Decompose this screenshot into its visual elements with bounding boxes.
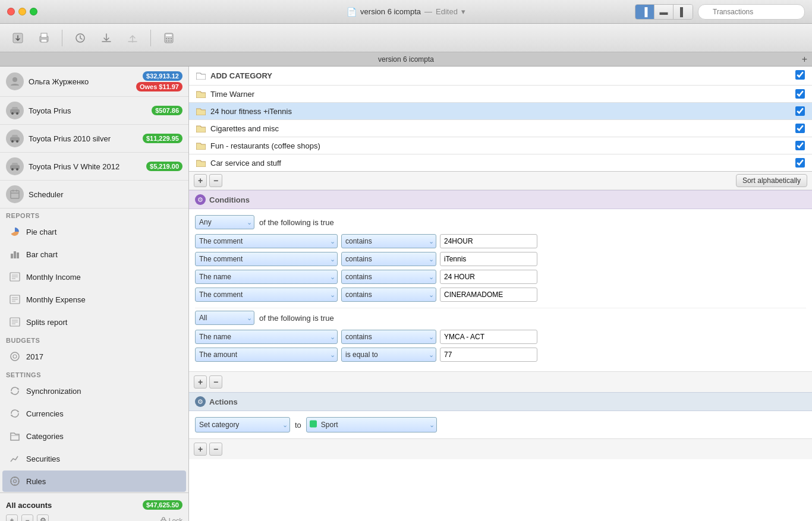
field-select-1[interactable]: The comment The name — [195, 252, 338, 266]
op-select-0[interactable]: contains is equal to — [341, 234, 436, 248]
cond-value-0[interactable] — [440, 234, 537, 248]
scheduler-name: Scheduler — [29, 190, 182, 199]
add-condition-button[interactable]: + — [194, 375, 207, 389]
remove-rule-button[interactable]: − — [209, 174, 222, 187]
account-icon-twhite — [6, 157, 24, 175]
minimize-button[interactable] — [18, 8, 26, 15]
categories-icon — [8, 430, 21, 443]
sidebar-item-currencies[interactable]: Currencies — [2, 403, 186, 424]
lock-button[interactable]: Lock — [160, 516, 182, 521]
upload-button[interactable] — [122, 27, 143, 49]
category-select[interactable]: Sport Food Transport — [306, 417, 437, 432]
all-accounts-label: All accounts — [6, 501, 52, 510]
rule-item-1[interactable]: 24 hour fitness +iTennis — [189, 103, 812, 120]
sidebar-item-splits-report[interactable]: Splits report — [2, 311, 186, 333]
field-select-2[interactable]: The comment The name — [195, 270, 338, 284]
add-account-button[interactable]: + — [6, 514, 18, 521]
account-toyota-2010[interactable]: Toyota Prius 2010 silver $11,229.95 — [0, 125, 188, 153]
rule-item-4[interactable]: Car service and stuff — [189, 154, 812, 171]
condition-row-0: The comment The name The amount contains… — [195, 234, 806, 248]
balance-badge-tp: $507.86 — [152, 106, 182, 115]
currencies-label: Currencies — [26, 409, 180, 418]
cond-value-3[interactable] — [440, 288, 537, 302]
add-rule-button[interactable]: + — [194, 174, 207, 187]
tab-title: version 6 icompta — [5, 55, 807, 64]
add-category-label: ADD CATEGORY — [210, 71, 272, 80]
rule-checkbox-2[interactable] — [795, 124, 805, 133]
settings-account-button[interactable]: ⚙ — [37, 514, 49, 521]
view-inspector-button[interactable]: ▌ — [673, 5, 693, 19]
traffic-lights — [7, 8, 37, 15]
download-button[interactable] — [96, 27, 117, 49]
all-field-select-1[interactable]: The comment The name The amount — [195, 348, 338, 362]
op-select-3[interactable]: contains is equal to — [341, 288, 436, 302]
tab-add-button[interactable]: + — [802, 54, 807, 65]
monthly-expense-label: Monthly Expense — [26, 295, 180, 304]
import-button[interactable] — [7, 27, 29, 49]
all-cond-value-0[interactable] — [440, 330, 537, 344]
view-sidebar-button[interactable]: ▐ — [635, 5, 654, 19]
svg-rect-23 — [11, 191, 19, 198]
toolbar-separator-2 — [150, 30, 151, 46]
rule-item-0[interactable]: Time Warner — [189, 86, 812, 103]
rule-checkbox-0[interactable] — [795, 89, 805, 99]
add-category-checkbox[interactable] — [795, 70, 805, 80]
op-select-1[interactable]: contains is equal to — [341, 252, 436, 266]
all-op-select-0[interactable]: contains is equal to — [341, 330, 436, 344]
op-select-wrap-2: contains is equal to — [341, 270, 436, 284]
sort-alphabetically-button[interactable]: Sort alphabetically — [736, 174, 807, 187]
sidebar-item-monthly-income[interactable]: Monthly Income — [2, 266, 186, 288]
history-button[interactable] — [70, 27, 91, 49]
sidebar-item-securities[interactable]: Securities — [2, 448, 186, 469]
conditions-icon: ⚙ — [195, 194, 206, 205]
close-button[interactable] — [7, 8, 15, 15]
cond-value-1[interactable] — [440, 252, 537, 266]
rule-item-2[interactable]: Cigarettes and misc — [189, 120, 812, 137]
bar-chart-label: Bar chart — [26, 250, 180, 259]
all-op-select-1[interactable]: contains is equal to — [341, 348, 436, 362]
fullscreen-button[interactable] — [30, 8, 37, 15]
account-toyota-prius[interactable]: Toyota Prius $507.86 — [0, 97, 188, 125]
all-field-select-0[interactable]: The comment The name — [195, 330, 338, 344]
account-name-tp: Toyota Prius — [29, 106, 147, 115]
op-select-2[interactable]: contains is equal to — [341, 270, 436, 284]
rule-checkbox-4[interactable] — [795, 158, 805, 168]
sidebar-item-2017[interactable]: 2017 — [2, 346, 186, 367]
sidebar-item-categories[interactable]: Categories — [2, 425, 186, 447]
sidebar-item-rules[interactable]: Rules — [2, 471, 186, 492]
add-action-button[interactable]: + — [194, 443, 207, 456]
all-select[interactable]: Any All — [195, 311, 254, 325]
actions-body: Set category Set payee Set comment to Sp… — [189, 411, 812, 438]
remove-condition-button[interactable]: − — [209, 375, 222, 389]
add-category-row: ADD CATEGORY — [189, 67, 812, 86]
any-select[interactable]: Any All — [195, 215, 254, 229]
rule-item-3[interactable]: Fun - restaurants (coffee shops) — [189, 137, 812, 154]
all-op-select-wrap-1: contains is equal to — [341, 348, 436, 362]
field-select-0[interactable]: The comment The name The amount — [195, 234, 338, 248]
rules-icon — [8, 475, 21, 488]
calculator-button[interactable] — [158, 27, 180, 49]
all-op-select-wrap-0: contains is equal to — [341, 330, 436, 344]
rule-checkbox-1[interactable] — [795, 106, 805, 116]
all-accounts-balance: $47,625.50 — [143, 500, 182, 510]
field-select-3[interactable]: The comment The name — [195, 288, 338, 302]
all-of-following-true-label: of the following is true — [259, 314, 334, 323]
rule-checkbox-3[interactable] — [795, 141, 805, 150]
remove-action-button[interactable]: − — [209, 443, 222, 456]
sidebar-item-monthly-expense[interactable]: Monthly Expense — [2, 289, 186, 310]
account-toyota-white[interactable]: Toyota Prius V White 2012 $5,219.00 — [0, 153, 188, 181]
sidebar-item-scheduler[interactable]: Scheduler — [0, 181, 188, 209]
sidebar-item-bar-chart[interactable]: Bar chart — [2, 244, 186, 265]
sidebar-item-pie-chart[interactable]: Pie chart — [2, 221, 186, 242]
all-cond-value-1[interactable] — [440, 348, 537, 362]
doc-icon: 📄 — [347, 7, 357, 17]
sidebar-item-synchronization[interactable]: Synchronization — [2, 380, 186, 402]
account-olga[interactable]: Ольга Журженко $32,913.12 Owes $11.97 — [0, 67, 188, 97]
account-name-t2010: Toyota Prius 2010 silver — [29, 134, 138, 143]
print-button[interactable] — [33, 27, 55, 49]
view-content-button[interactable]: ▬ — [654, 5, 673, 19]
cond-value-2[interactable] — [440, 270, 537, 284]
action-type-select[interactable]: Set category Set payee Set comment — [195, 417, 290, 432]
remove-account-button[interactable]: − — [21, 514, 33, 521]
search-input[interactable] — [698, 4, 805, 20]
